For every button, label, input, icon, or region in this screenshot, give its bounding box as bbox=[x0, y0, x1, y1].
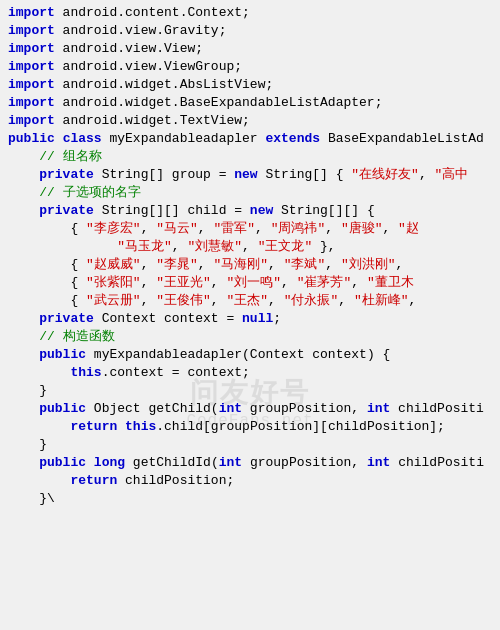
code-line: public myExpandableadapler(Context conte… bbox=[0, 346, 500, 364]
code-line: private Context context = null; bbox=[0, 310, 500, 328]
code-line: { "赵威威", "李晁", "马海刚", "李斌", "刘洪刚", bbox=[0, 256, 500, 274]
code-line: } bbox=[0, 382, 500, 400]
code-line: // 构造函数 bbox=[0, 328, 500, 346]
code-line: import android.widget.AbsListView; bbox=[0, 76, 500, 94]
code-line: public Object getChild(int groupPosition… bbox=[0, 400, 500, 418]
code-line: return this.child[groupPosition][childPo… bbox=[0, 418, 500, 436]
code-line: // 子选项的名字 bbox=[0, 184, 500, 202]
code-line: // 组名称 bbox=[0, 148, 500, 166]
code-line: import android.content.Context; bbox=[0, 4, 500, 22]
code-line: public long getChildId(int groupPosition… bbox=[0, 454, 500, 472]
code-line: import android.widget.BaseExpandableList… bbox=[0, 94, 500, 112]
code-line: private String[] group = new String[] { … bbox=[0, 166, 500, 184]
code-line: import android.view.View; bbox=[0, 40, 500, 58]
code-line: import android.widget.TextView; bbox=[0, 112, 500, 130]
code-line: } bbox=[0, 436, 500, 454]
code-line: public class myExpandableadapler extends… bbox=[0, 130, 500, 148]
code-line: "马玉龙", "刘慧敏", "王文龙" }, bbox=[0, 238, 500, 256]
code-line: this.context = context; bbox=[0, 364, 500, 382]
code-line: { "张紫阳", "王亚光", "刘一鸣", "崔茅芳", "董卫木 bbox=[0, 274, 500, 292]
code-line: return childPosition; bbox=[0, 472, 500, 490]
code-line: { "李彦宏", "马云", "雷军", "周鸿祎", "唐骏", "赵 bbox=[0, 220, 500, 238]
code-editor: import android.content.Context;import an… bbox=[0, 0, 500, 630]
code-line: }\ bbox=[0, 490, 500, 508]
code-line: import android.view.Gravity; bbox=[0, 22, 500, 40]
code-line: private String[][] child = new String[][… bbox=[0, 202, 500, 220]
code-line: { "武云册", "王俊伟", "王杰", "付永振", "杜新峰", bbox=[0, 292, 500, 310]
code-line: import android.view.ViewGroup; bbox=[0, 58, 500, 76]
